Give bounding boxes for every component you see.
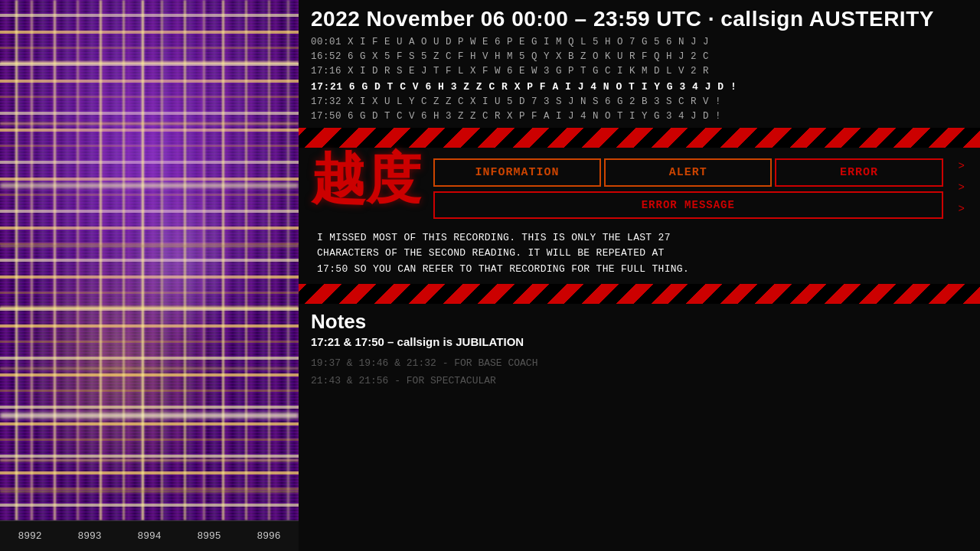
code-line-0: 00:01 X I F E U A O U D P W E 6 P E G I … — [311, 35, 968, 50]
header: 2022 November 06 00:00 – 23:59 UTC · cal… — [299, 0, 980, 35]
hazard-stripe-top — [299, 128, 980, 148]
right-panel: 2022 November 06 00:00 – 23:59 UTC · cal… — [299, 0, 980, 551]
scale-label-0: 8992 — [18, 530, 41, 542]
spectrogram-signal — [0, 0, 299, 520]
code-line-4: 17:32 X I X U L Y C Z Z C X I U 5 D 7 3 … — [311, 95, 968, 109]
scale-label-1: 8993 — [77, 530, 101, 542]
alert-buttons-row-2: ERROR MESSAGE — [433, 191, 943, 219]
scale-label-3: 8995 — [197, 530, 220, 542]
scale-label-2: 8994 — [137, 530, 161, 542]
code-section: 00:01 X I F E U A O U D P W E 6 P E G I … — [299, 35, 980, 125]
left-panel: 8992 8993 8994 8995 8996 — [0, 0, 299, 551]
error-button[interactable]: ERROR — [775, 158, 942, 187]
arrows-column: > > > — [956, 155, 968, 220]
arrow-1: > — [959, 155, 965, 177]
information-button[interactable]: INFORMATION — [433, 158, 601, 187]
alert-button[interactable]: ALERT — [604, 158, 772, 187]
notes-secondary-0: 19:37 & 19:46 & 21:32 - FOR BASE COACH — [311, 354, 968, 372]
code-line-2: 17:16 X I D R S E J T F L X F W 6 E W 3 … — [311, 64, 968, 79]
error-message-button[interactable]: ERROR MESSAGE — [433, 191, 943, 219]
message-section: I MISSED MOST OF THIS RECORDING. THIS IS… — [299, 227, 980, 282]
message-content: I MISSED MOST OF THIS RECORDING. THIS IS… — [317, 232, 689, 276]
arrow-2: > — [959, 177, 965, 198]
code-line-3: 17:21 6 G D T C V 6 H 3 Z Z C R X P F A … — [311, 80, 968, 95]
alert-buttons-row-1: INFORMATION ALERT ERROR — [433, 158, 943, 187]
code-line-5: 17:50 6 G D T C V 6 H 3 Z Z C R X P F A … — [311, 109, 968, 124]
notes-title: Notes — [311, 310, 968, 334]
scale-bar: 8992 8993 8994 8995 8996 — [0, 520, 299, 551]
scale-label-4: 8996 — [256, 530, 280, 542]
hazard-stripe-bottom — [299, 284, 980, 304]
notes-section: Notes 17:21 & 17:50 – callsign is JUBILA… — [299, 305, 980, 551]
alert-buttons-panel: INFORMATION ALERT ERROR ERROR MESSAGE — [433, 158, 943, 219]
spectrogram — [0, 0, 299, 520]
alert-section: 越度 INFORMATION ALERT ERROR ERROR MESSAGE… — [299, 148, 980, 227]
code-line-1: 16:52 6 G X 5 F S 5 Z C F H V H M 5 Q Y … — [311, 50, 968, 64]
header-title: 2022 November 06 00:00 – 23:59 UTC · cal… — [311, 6, 968, 32]
notes-secondary-1: 21:43 & 21:56 - FOR SPECTACULAR — [311, 372, 968, 390]
message-text: I MISSED MOST OF THIS RECORDING. THIS IS… — [317, 230, 962, 278]
notes-primary: 17:21 & 17:50 – callsign is JUBILATION — [311, 335, 968, 348]
arrow-3: > — [959, 198, 965, 220]
chinese-characters: 越度 — [311, 155, 421, 210]
